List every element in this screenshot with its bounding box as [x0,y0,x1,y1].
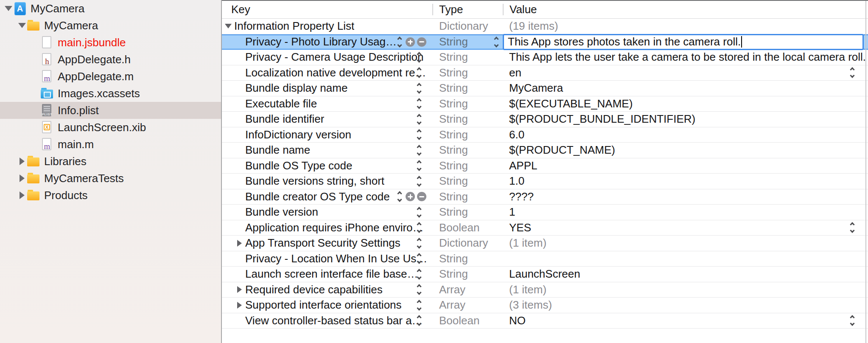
sidebar-item-appdelegate-h[interactable]: h AppDelegate.h [0,51,221,68]
table-row[interactable]: Bundle OS Type code String APPL [222,158,868,174]
key-cell: Bundle OS Type code [222,158,433,174]
value-label: LaunchScreen [509,267,580,281]
sidebar-item-images-xcassets[interactable]: Images.xcassets [0,85,221,102]
table-row[interactable]: Privacy - Location When In Use Us… Strin… [222,251,868,267]
add-row-button[interactable] [406,192,415,201]
disclosure-triangle[interactable] [224,22,233,31]
key-stepper[interactable] [415,53,423,62]
key-label: Bundle name [245,143,310,157]
sidebar-item-info-plist[interactable]: PLIST Info.plist [0,102,221,119]
table-row[interactable]: InfoDictionary version String 6.0 [222,127,868,143]
type-cell: String [433,35,504,49]
key-label: Bundle OS Type code [245,159,352,172]
disclosure-triangle[interactable] [3,3,14,14]
doc-h-icon: h [41,53,53,66]
key-cell: Privacy - Camera Usage Description [222,50,433,65]
value-label: APPL [509,159,538,172]
add-row-button[interactable] [406,37,415,47]
table-row[interactable]: Bundle display name String MyCamera [222,81,868,96]
key-stepper[interactable] [415,239,423,248]
disclosure-triangle[interactable] [17,156,27,166]
sidebar-item-appdelegate-m[interactable]: m AppDelegate.m [0,68,221,85]
sidebar-item-mycamera[interactable]: MyCamera [0,0,221,17]
sidebar-item-mycameratests[interactable]: MyCameraTests [0,170,221,187]
type-label: String [439,252,468,265]
key-stepper[interactable] [415,270,423,279]
type-label: Boolean [439,221,479,234]
key-stepper[interactable] [396,192,403,201]
key-controls [415,220,423,236]
key-stepper[interactable] [415,130,423,139]
sidebar-item-libraries[interactable]: Libraries [0,153,221,170]
key-stepper[interactable] [415,115,423,124]
sidebar-item-label: Info.plist [58,104,99,117]
value-stepper[interactable] [848,313,856,329]
value-stepper[interactable] [848,65,856,81]
sidebar-item-label: Libraries [44,155,87,168]
table-row[interactable]: Launch screen interface file base… Strin… [222,267,868,282]
key-label: Launch screen interface file base… [245,267,418,281]
sidebar-item-mycamera[interactable]: MyCamera [0,17,221,34]
key-cell: App Transport Security Settings [222,236,433,251]
value-cell: 1 [504,205,868,220]
type-label: Boolean [439,314,479,327]
type-cell: String [433,96,504,112]
sidebar-item-main-jsbundle[interactable]: main.jsbundle [0,34,221,51]
sidebar-item-label: LaunchScreen.xib [58,121,146,134]
table-row[interactable]: Information Property List Dictionary (19… [222,19,868,34]
column-header-type-label: Type [439,3,463,16]
disclosure-triangle[interactable] [235,285,244,294]
key-stepper[interactable] [415,84,423,93]
table-row[interactable]: Privacy - Camera Usage Description Strin… [222,50,868,65]
type-label: String [439,128,468,141]
table-row[interactable]: Executable file String $(EXECUTABLE_NAME… [222,96,868,112]
disclosure-triangle [235,37,244,47]
table-row[interactable]: Privacy - Photo Library Usag… String Thi… [222,34,868,50]
disclosure-triangle[interactable] [17,20,27,31]
remove-row-button[interactable] [417,192,426,201]
table-row[interactable]: Bundle identifier String $(PRODUCT_BUNDL… [222,112,868,127]
key-stepper[interactable] [415,99,423,108]
remove-row-button[interactable] [417,37,426,47]
key-label: Required device capabilities [245,283,383,296]
key-stepper[interactable] [415,161,423,170]
table-row[interactable]: Bundle name String $(PRODUCT_NAME) [222,143,868,158]
value-stepper[interactable] [848,220,856,236]
key-label: Bundle versions string, short [245,174,384,188]
key-cell: Executable file [222,96,433,112]
disclosure-triangle[interactable] [17,173,27,183]
key-stepper[interactable] [415,301,423,310]
table-row[interactable]: Application requires iPhone enviro… Bool… [222,220,868,236]
value-cell: APPL [504,158,868,174]
sidebar-item-main-m[interactable]: m main.m [0,136,221,153]
type-label: String [439,35,468,48]
key-controls [415,174,423,189]
table-row[interactable]: Required device capabilities Array (1 it… [222,282,868,298]
value-edit-field[interactable]: This App stores photos taken in the came… [503,34,864,50]
type-stepper[interactable] [493,35,500,49]
key-stepper[interactable] [415,68,423,77]
table-row[interactable]: View controller-based status bar a… Bool… [222,313,868,329]
key-stepper[interactable] [415,223,423,232]
key-controls [415,236,423,251]
sidebar-item-launchscreen-xib[interactable]: X LaunchScreen.xib [0,119,221,136]
key-stepper[interactable] [415,208,423,217]
key-stepper[interactable] [415,146,423,155]
sidebar-item-label: Images.xcassets [58,87,140,100]
disclosure-triangle[interactable] [235,301,244,310]
table-row[interactable]: Supported interface orientations Array (… [222,298,868,313]
key-stepper[interactable] [415,285,423,294]
table-row[interactable]: Bundle creator OS Type code String ???? [222,189,868,205]
disclosure-triangle[interactable] [17,190,27,200]
key-stepper[interactable] [415,177,423,186]
key-stepper[interactable] [396,37,403,47]
disclosure-triangle[interactable] [235,239,244,248]
sidebar-item-products[interactable]: Products [0,187,221,204]
table-row[interactable]: Bundle versions string, short String 1.0 [222,174,868,189]
table-row[interactable]: Localization native development re… Stri… [222,65,868,81]
table-row[interactable]: App Transport Security Settings Dictiona… [222,236,868,251]
key-stepper[interactable] [415,316,423,325]
key-stepper[interactable] [415,254,423,263]
table-row[interactable]: Bundle version String 1 [222,205,868,220]
disclosure-triangle [235,53,244,62]
